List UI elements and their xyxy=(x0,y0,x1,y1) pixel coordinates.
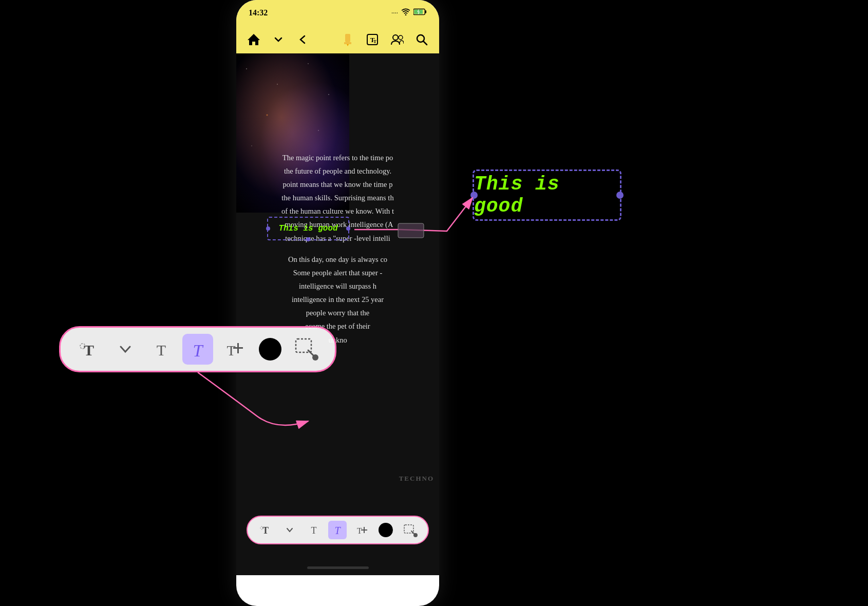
svg-text:T: T xyxy=(193,341,204,360)
svg-text:T: T xyxy=(357,526,362,535)
watermark-text: TECHNO xyxy=(399,475,434,483)
signal-icon: ···· xyxy=(391,9,398,17)
phone-frame: 14:32 ···· xyxy=(236,0,439,606)
tb-text-plus-button[interactable]: T xyxy=(352,521,371,539)
svg-text:T: T xyxy=(335,525,342,536)
tl-active-text-button[interactable]: T xyxy=(182,334,213,365)
battery-icon xyxy=(413,8,427,17)
status-time: 14:32 xyxy=(249,8,268,17)
tb-active-text-button[interactable]: T xyxy=(328,521,347,539)
status-icons: ···· xyxy=(391,8,427,17)
svg-point-0 xyxy=(405,14,407,15)
svg-text:T: T xyxy=(373,39,376,44)
tl-color-dot[interactable] xyxy=(255,334,286,365)
annotation-text-large: This is good xyxy=(474,173,620,217)
home-bar xyxy=(307,566,369,569)
svg-point-32 xyxy=(312,354,318,361)
tb-text-button[interactable]: T xyxy=(305,521,323,539)
svg-rect-5 xyxy=(345,34,350,42)
svg-rect-30 xyxy=(233,347,243,349)
toolbar-large: T T T T xyxy=(59,326,336,372)
chevron-down-button[interactable] xyxy=(269,30,288,49)
svg-point-11 xyxy=(393,35,398,40)
annotation-text-small: This is good xyxy=(278,224,337,233)
svg-point-23 xyxy=(413,533,418,537)
svg-marker-4 xyxy=(248,34,260,45)
bottom-toolbar-small: T T T T xyxy=(247,516,429,544)
svg-line-14 xyxy=(423,41,427,45)
tl-chevron-button[interactable] xyxy=(110,334,141,365)
search-button[interactable] xyxy=(412,30,431,49)
tb-bold-text-button[interactable]: T xyxy=(256,521,275,539)
svg-point-12 xyxy=(399,35,403,40)
annotation-box-large[interactable]: This is good xyxy=(473,169,621,221)
back-button[interactable] xyxy=(294,30,312,49)
content-area: The magic point refers to the time po th… xyxy=(236,53,439,575)
svg-text:T: T xyxy=(157,342,166,358)
svg-rect-2 xyxy=(425,10,426,13)
app-toolbar: T T xyxy=(236,26,439,53)
tl-select-button[interactable] xyxy=(291,334,322,365)
dot-bottom-small xyxy=(306,237,310,241)
wifi-icon xyxy=(401,8,410,17)
tl-text-button[interactable]: T xyxy=(146,334,177,365)
annotation-box-small[interactable]: This is good xyxy=(267,217,349,240)
home-button[interactable] xyxy=(244,30,263,49)
svg-rect-6 xyxy=(344,42,351,44)
svg-text:T: T xyxy=(311,525,316,536)
status-bar: 14:32 ···· xyxy=(236,0,439,26)
svg-marker-7 xyxy=(347,44,349,46)
tb-chevron-button[interactable] xyxy=(280,521,299,539)
tl-text-plus-button[interactable]: T xyxy=(219,334,250,365)
svg-text:T: T xyxy=(84,342,94,358)
svg-text:T: T xyxy=(227,343,235,358)
svg-rect-21 xyxy=(361,529,367,531)
text-tools-button[interactable]: T T xyxy=(363,30,382,49)
tb-color-dot[interactable] xyxy=(376,521,395,539)
dot-left-large xyxy=(470,192,478,199)
tb-select-button[interactable] xyxy=(401,521,419,539)
dot-right-large xyxy=(616,192,624,199)
tl-bold-text-button[interactable]: T xyxy=(73,334,104,365)
user-button[interactable] xyxy=(388,30,406,49)
dot-right-small xyxy=(346,226,350,231)
highlight-button[interactable] xyxy=(338,30,357,49)
dot-left-small xyxy=(266,226,270,231)
